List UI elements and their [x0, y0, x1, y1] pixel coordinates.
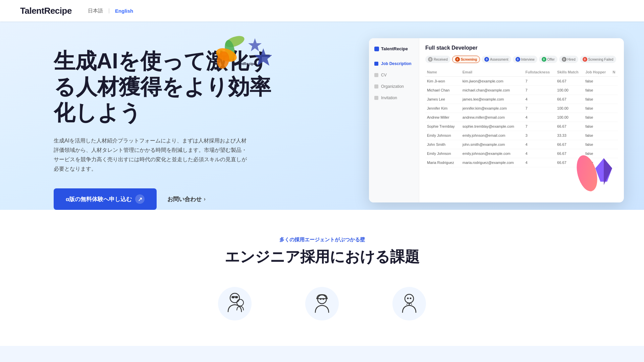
cell-email: michael.chan@example.com [461, 86, 524, 95]
hero-section: 生成AIを使って激化する人材獲得をより効率化しよう 生成AIを活用した人材紹介プ… [0, 21, 644, 210]
screening-failed-label: Screening Failed [588, 58, 613, 61]
svg-point-23 [410, 298, 412, 299]
organization-icon [374, 84, 378, 88]
cell-fullstack: 7 [524, 77, 555, 86]
cell-skills: 66.67 [555, 158, 584, 167]
received-label: Received [434, 58, 448, 61]
cell-n [611, 86, 618, 95]
cell-skills: 100.00 [555, 104, 584, 113]
assessment-count: 0 [484, 57, 489, 62]
offer-count: 0 [542, 57, 546, 62]
sidebar-brand: TalentRecipe [381, 46, 408, 51]
cell-email: james.lee@example.com [461, 95, 524, 104]
cta-primary-button[interactable]: α版の無料体験へ申し込む ↗ [54, 188, 157, 210]
cta-secondary-button[interactable]: お問い合わせ › [167, 195, 205, 203]
hero-title: 生成AIを使って激化する人材獲得をより効率化しよう [54, 48, 282, 125]
cell-hopper: false [584, 104, 611, 113]
cell-skills: 66.67 [555, 140, 584, 149]
col-name: Name [425, 68, 461, 77]
cell-skills: 66.67 [555, 122, 584, 131]
sidebar-item-cv[interactable]: CV [369, 69, 419, 81]
svg-line-25 [411, 303, 412, 305]
tab-interview[interactable]: 0 Interview [513, 56, 537, 63]
cell-n [611, 131, 618, 140]
sidebar-item-jobdescription[interactable]: Job Description [369, 58, 419, 69]
cell-name: Emily Johnson [425, 131, 461, 140]
candidates-table: Name Email Fullstackness Skills Match Jo… [425, 68, 618, 167]
hired-label: Hired [568, 58, 576, 61]
hero-buttons: α版の無料体験へ申し込む ↗ お問い合わせ › [54, 188, 282, 210]
assessment-label: Assessment [490, 58, 508, 61]
dashboard-sidebar-logo: TalentRecipe [369, 46, 419, 58]
table-row: Maria Rodriguez maria.rodriguez@example.… [425, 158, 618, 167]
sidebar-item-jd-label: Job Description [381, 61, 412, 66]
person-icon-2 [312, 292, 332, 315]
pipeline-tabs: 0 Received 0 Screening 0 Assessment 0 In… [425, 56, 618, 63]
issue-card-3 [372, 287, 446, 326]
col-email: Email [461, 68, 524, 77]
person-icon-3 [399, 292, 419, 315]
cell-email: john.smith@example.com [461, 140, 524, 149]
cell-n [611, 77, 618, 86]
dashboard-job-title: Full stack Developer [425, 45, 618, 51]
cell-hopper: false [584, 149, 611, 158]
hero-description: 生成AIを活用した人材紹介プラットフォームにより、まずは人材採用および人材評価領… [54, 136, 248, 174]
table-row: Sophie Tremblay sophie.tremblay@example.… [425, 122, 618, 131]
cell-fullstack: 4 [524, 158, 555, 167]
cell-fullstack: 7 [524, 104, 555, 113]
cell-email: andrew.miller@email.com [461, 113, 524, 122]
cell-hopper: false [584, 77, 611, 86]
cell-n [611, 104, 618, 113]
table-row: James Lee james.lee@example.com 4 66.67 … [425, 95, 618, 104]
cell-email: kim.jiwon@example.com [461, 77, 524, 86]
cell-skills: 66.67 [555, 149, 584, 158]
tab-screening-failed[interactable]: 0 Screening Failed [580, 56, 616, 63]
cell-fullstack: 4 [524, 95, 555, 104]
sidebar-logo-icon [374, 47, 379, 51]
section2-title: エンジニア採用における課題 [54, 247, 590, 267]
cell-hopper: false [584, 140, 611, 149]
cell-email: jennifer.kim@example.com [461, 104, 524, 113]
tab-assessment[interactable]: 0 Assessment [482, 56, 511, 63]
table-row: Jennifer Kim jennifer.kim@example.com 7 … [425, 104, 618, 113]
cell-skills: 100.00 [555, 86, 584, 95]
sidebar-item-inv-label: Invitation [381, 96, 397, 100]
logo: TalentRecipe [20, 6, 72, 16]
cell-name: Jennifer Kim [425, 104, 461, 113]
dashboard-content: Full stack Developer 0 Received 0 Screen… [419, 38, 624, 202]
interview-count: 0 [516, 57, 520, 62]
tab-screening[interactable]: 0 Screening [452, 56, 480, 63]
dashboard-sidebar: TalentRecipe Job Description CV Organiza… [369, 38, 419, 202]
cell-skills: 33.33 [555, 131, 584, 140]
nav-divider: | [108, 8, 110, 14]
cell-name: Michael Chan [425, 86, 461, 95]
person-icon-1 [225, 292, 245, 315]
issue-icon-1 [218, 287, 252, 320]
cell-email: sophie.tremblay@example.com [461, 122, 524, 131]
hired-count: 0 [562, 57, 567, 62]
lang-ja-link[interactable]: 日本語 [85, 6, 106, 15]
col-n: N [611, 68, 618, 77]
sidebar-item-invitation[interactable]: Invitation [369, 92, 419, 104]
cell-hopper: false [584, 131, 611, 140]
interview-label: Interview [521, 58, 535, 61]
screening-count: 0 [455, 57, 460, 62]
tab-received[interactable]: 0 Received [425, 56, 450, 63]
svg-line-24 [407, 303, 408, 305]
sidebar-item-cv-label: CV [381, 73, 387, 77]
cell-skills: 66.67 [555, 95, 584, 104]
sidebar-item-organization[interactable]: Organization [369, 81, 419, 92]
cell-n [611, 122, 618, 131]
cell-hopper: false [584, 86, 611, 95]
svg-point-21 [405, 294, 414, 303]
lang-en-link[interactable]: English [112, 7, 136, 15]
cell-hopper: false [584, 158, 611, 167]
cell-email: emily.johnson@example.com [461, 149, 524, 158]
table-row: Emily Johnson emily.johnson@email.com 3 … [425, 131, 618, 140]
hero-left: 生成AIを使って激化する人材獲得をより効率化しよう 生成AIを活用した人材紹介プ… [54, 42, 282, 210]
tab-hired[interactable]: 0 Hired [559, 56, 578, 63]
issue-icon-3 [392, 287, 426, 320]
section2-subtitle: 多くの採用エージェントがぶつかる壁 [54, 237, 590, 243]
cell-name: James Lee [425, 95, 461, 104]
tab-offer[interactable]: 0 Offer [539, 56, 557, 63]
